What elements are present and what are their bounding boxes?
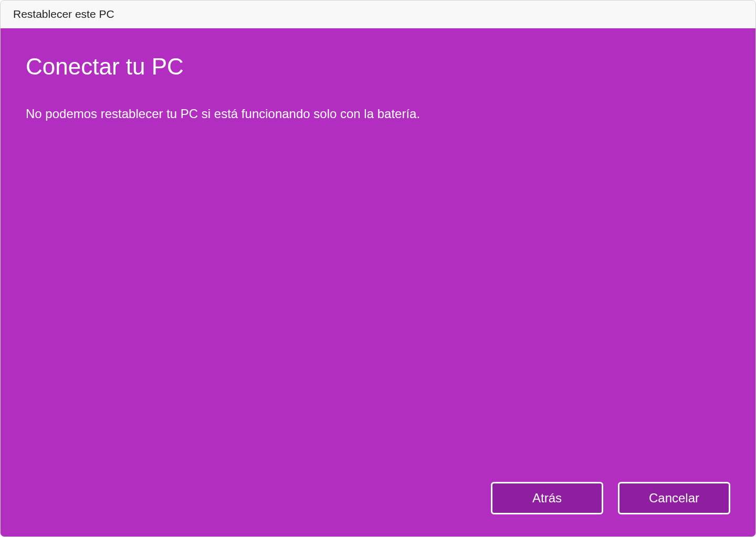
page-heading: Conectar tu PC <box>26 54 730 80</box>
status-message: No podemos restablecer tu PC si está fun… <box>26 105 730 123</box>
title-bar: Restablecer este PC <box>1 1 755 28</box>
window-title: Restablecer este PC <box>13 8 114 20</box>
button-row: Atrás Cancelar <box>491 482 730 514</box>
cancel-button[interactable]: Cancelar <box>618 482 730 514</box>
dialog-window: Restablecer este PC Conectar tu PC No po… <box>0 0 756 537</box>
back-button[interactable]: Atrás <box>491 482 603 514</box>
content-area: Conectar tu PC No podemos restablecer tu… <box>1 28 755 536</box>
